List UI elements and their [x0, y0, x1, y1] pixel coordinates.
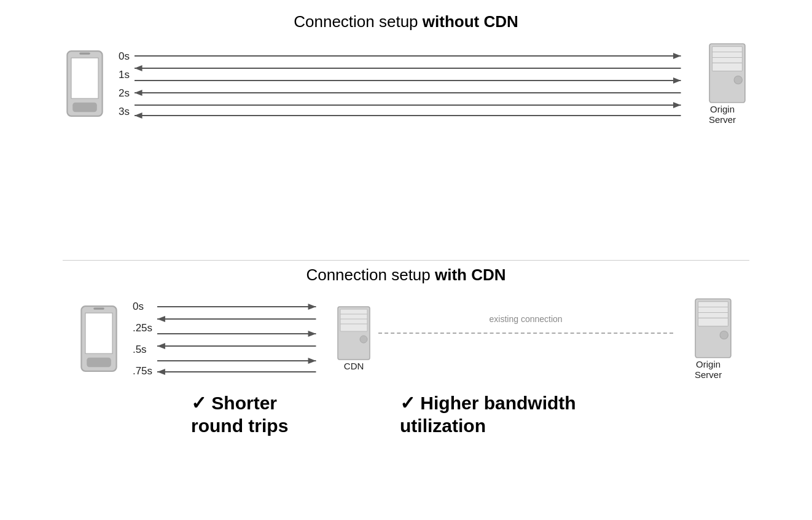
bottom-server-wrapper: OriginServer	[682, 297, 735, 380]
svg-marker-5	[673, 53, 681, 59]
time-3s: 3s	[119, 106, 130, 117]
cdn-wrapper: CDN	[335, 305, 372, 371]
svg-point-49	[720, 331, 728, 339]
top-arrows-svg	[135, 47, 687, 120]
svg-marker-29	[157, 316, 165, 322]
svg-rect-23	[85, 313, 112, 353]
top-time-labels: 0s 1s 2s 3s	[119, 47, 130, 120]
top-server-icon	[706, 42, 749, 104]
svg-marker-15	[135, 112, 142, 119]
cdn-server-icon	[335, 305, 372, 361]
bottom-title: Connection setup with CDN	[306, 266, 506, 285]
page: Connection setup without CDN 0s 1s 2s 3s	[0, 0, 812, 520]
top-server-label: OriginServer	[701, 104, 744, 125]
time-0s: 0s	[119, 51, 130, 61]
phone-icon	[63, 50, 106, 117]
svg-marker-13	[673, 102, 681, 108]
time-1s: 1s	[119, 69, 130, 80]
svg-point-21	[734, 76, 742, 84]
svg-rect-3	[72, 103, 97, 112]
time-2s: 2s	[119, 88, 130, 98]
svg-rect-45	[698, 301, 728, 326]
top-server-wrapper: OriginServer	[696, 42, 749, 125]
bottom-phone-icon	[77, 305, 120, 372]
svg-marker-27	[308, 304, 316, 310]
svg-rect-39	[340, 309, 367, 331]
svg-rect-17	[712, 47, 743, 71]
benefit-shorter: ✓ Shorterround trips	[191, 392, 400, 438]
bottom-server-label: OriginServer	[687, 359, 730, 380]
cdn-time-5s: .5s	[133, 344, 152, 355]
cdn-label: CDN	[344, 361, 364, 371]
top-title-bold: without CDN	[423, 12, 518, 31]
top-title-normal: Connection setup	[294, 12, 423, 31]
bottom-server-icon	[692, 297, 735, 359]
svg-marker-37	[157, 369, 165, 375]
dotted-line	[378, 333, 673, 334]
existing-connection-area: existing connection	[378, 296, 673, 382]
benefit-bandwidth: ✓ Higher bandwidthutilization	[400, 392, 682, 438]
svg-marker-35	[308, 358, 316, 364]
cdn-time-75s: .75s	[133, 366, 152, 376]
bottom-diagram: 0s .25s .5s .75s	[25, 296, 787, 382]
cdn-arrows-svg	[157, 296, 329, 382]
section-divider	[63, 260, 749, 261]
top-arrows-area	[135, 47, 687, 120]
svg-marker-31	[308, 331, 316, 337]
existing-connection-label: existing connection	[490, 314, 563, 324]
bottom-section: Connection setup with CDN 0s .25s .5s .7…	[25, 266, 787, 508]
benefits-row: ✓ Shorterround trips ✓ Higher bandwidthu…	[130, 392, 682, 438]
benefit1-checkmark: ✓	[191, 393, 206, 413]
top-diagram: 0s 1s 2s 3s	[25, 42, 787, 125]
svg-marker-9	[673, 77, 681, 84]
svg-rect-2	[79, 52, 90, 54]
svg-rect-1	[71, 58, 98, 98]
svg-rect-25	[87, 357, 111, 366]
svg-rect-24	[93, 307, 104, 309]
svg-point-43	[360, 336, 367, 343]
top-section: Connection setup without CDN 0s 1s 2s 3s	[25, 12, 787, 255]
svg-marker-7	[135, 65, 142, 71]
svg-marker-33	[157, 343, 165, 349]
cdn-time-0s: 0s	[133, 301, 152, 312]
cdn-time-25s: .25s	[133, 323, 152, 333]
benefit2-text: Higher bandwidthutilization	[400, 393, 576, 436]
svg-marker-11	[135, 90, 142, 96]
bottom-title-normal: Connection setup	[306, 266, 435, 284]
bottom-title-bold: with CDN	[435, 266, 506, 284]
top-title: Connection setup without CDN	[294, 12, 518, 31]
benefit2-checkmark: ✓	[400, 393, 415, 413]
bottom-time-labels: 0s .25s .5s .75s	[133, 296, 152, 382]
cdn-arrows-area	[157, 296, 329, 382]
